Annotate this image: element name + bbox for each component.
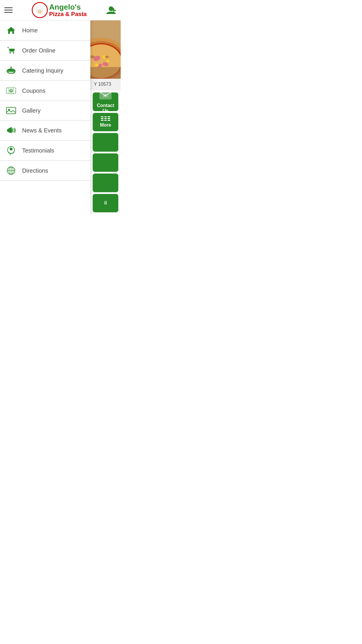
action-button-6[interactable]: il — [93, 194, 118, 213]
testimonials-icon — [6, 146, 16, 155]
action-button-4[interactable] — [93, 153, 118, 172]
address-text: Y 10573 — [94, 82, 111, 87]
svg-text:e: e — [104, 93, 106, 97]
address-bar: Y 10573 — [90, 79, 121, 90]
svg-point-12 — [10, 67, 12, 68]
svg-point-7 — [10, 52, 11, 54]
gallery-label: Gallery — [22, 107, 41, 114]
email-icon: e — [99, 90, 112, 101]
order-online-label: Order Online — [22, 47, 56, 54]
gallery-icon — [6, 106, 16, 115]
hamburger-menu-button[interactable] — [4, 7, 13, 13]
home-icon — [6, 26, 16, 35]
sidebar-drawer: Home Order Online — [0, 20, 90, 215]
coupons-label: Coupons — [22, 88, 45, 94]
btn6-label: il — [104, 200, 107, 206]
right-content-panel: Y 10573 e Contact Us — [90, 20, 121, 215]
action-button-3[interactable] — [93, 133, 118, 152]
home-label: Home — [22, 27, 38, 34]
sidebar-item-catering-inquiry[interactable]: ? Catering Inquiry — [0, 61, 90, 81]
more-button[interactable]: More — [93, 113, 118, 132]
logo-container: Angelo's Pizza & Pasta — [32, 2, 87, 18]
svg-rect-19 — [6, 107, 16, 114]
svg-point-8 — [13, 52, 14, 54]
user-menu-button[interactable] — [106, 6, 116, 15]
contact-us-label: Contact Us — [96, 103, 115, 113]
svg-text:?: ? — [13, 71, 15, 75]
directions-icon — [6, 166, 16, 175]
sidebar-item-order-online[interactable]: Order Online — [0, 41, 90, 61]
cart-icon — [6, 46, 16, 55]
sidebar-item-news-events[interactable]: News & Events — [0, 120, 90, 141]
logo-angelos: Angelo's — [49, 3, 87, 11]
grid-icon — [101, 116, 110, 121]
action-buttons-container: e Contact Us More — [90, 90, 121, 215]
svg-rect-6 — [112, 10, 116, 11]
svg-rect-42 — [90, 67, 121, 79]
svg-point-3 — [37, 6, 42, 10]
sidebar-item-home[interactable]: Home — [0, 20, 90, 41]
catering-icon: ? — [6, 66, 16, 75]
contact-us-button[interactable]: e Contact Us — [93, 92, 118, 111]
app-header: Angelo's Pizza & Pasta — [0, 0, 121, 20]
sidebar-item-gallery[interactable]: Gallery — [0, 101, 90, 120]
news-icon — [6, 126, 16, 135]
svg-rect-37 — [106, 60, 109, 62]
logo-badge — [32, 2, 48, 18]
svg-rect-36 — [95, 64, 99, 66]
sidebar-item-coupons[interactable]: % Coupons — [0, 81, 90, 101]
news-events-label: News & Events — [22, 127, 62, 134]
catering-inquiry-label: Catering Inquiry — [22, 67, 63, 74]
sidebar-item-testimonials[interactable]: Testimonials — [0, 141, 90, 161]
coupon-icon: % — [6, 86, 16, 95]
main-layout: Home Order Online — [0, 20, 121, 215]
svg-point-44 — [105, 56, 109, 58]
logo-chef-icon — [33, 3, 47, 17]
pizza-hero-image — [90, 20, 121, 79]
sidebar-item-directions[interactable]: Directions — [0, 161, 90, 181]
svg-point-22 — [10, 148, 13, 150]
more-label: More — [100, 123, 111, 128]
svg-text:%: % — [10, 90, 12, 92]
logo-pizza-pasta: Pizza & Pasta — [49, 11, 87, 17]
directions-label: Directions — [22, 167, 48, 174]
action-button-5[interactable] — [93, 174, 118, 192]
testimonials-label: Testimonials — [22, 147, 54, 154]
svg-point-2 — [38, 10, 42, 14]
logo-text: Angelo's Pizza & Pasta — [49, 3, 87, 17]
